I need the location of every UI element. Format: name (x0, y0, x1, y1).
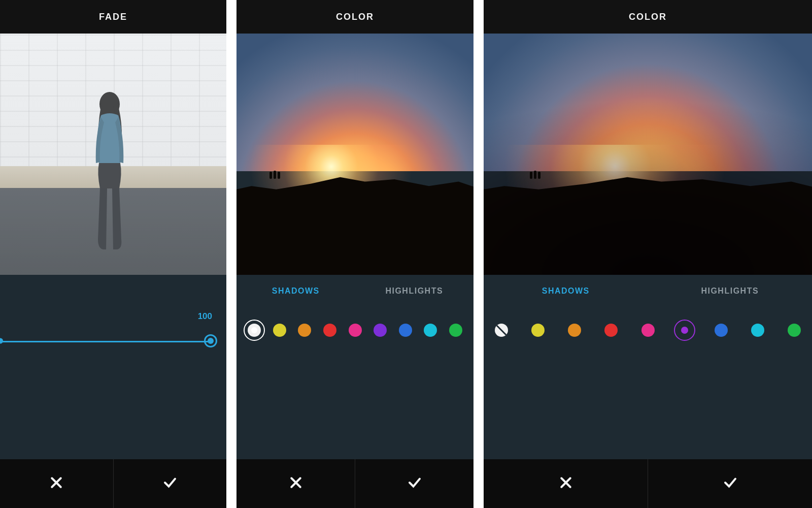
close-icon (49, 475, 64, 492)
close-icon (558, 475, 573, 492)
action-bar (0, 459, 226, 508)
confirm-button[interactable] (114, 459, 227, 508)
action-bar (484, 459, 812, 508)
screen-color-b: COLOR SHADOWS HIGHLIGHTS (484, 0, 812, 508)
check-icon (723, 475, 738, 492)
photo-subject (269, 170, 290, 179)
screen-fade: FADE 100 (0, 0, 226, 508)
color-swatch-cyan[interactable] (751, 324, 764, 337)
color-swatch-blue[interactable] (715, 324, 728, 337)
color-swatch-row (484, 324, 812, 337)
screen-title: COLOR (484, 0, 812, 34)
screen-title: FADE (0, 0, 226, 34)
cancel-button[interactable] (236, 459, 355, 508)
color-swatch-none[interactable] (248, 324, 261, 337)
color-swatch-cyan[interactable] (424, 324, 437, 337)
tab-highlights[interactable]: HIGHLIGHTS (648, 280, 813, 302)
shadow-tint-overlay (484, 34, 812, 275)
color-swatch-purple[interactable] (374, 324, 387, 337)
color-swatch-yellow[interactable] (531, 324, 545, 337)
confirm-button[interactable] (355, 459, 473, 508)
color-swatch-purple[interactable] (678, 324, 691, 337)
color-swatch-red[interactable] (323, 324, 336, 337)
tab-shadows[interactable]: SHADOWS (236, 280, 355, 302)
color-tabs: SHADOWS HIGHLIGHTS (484, 280, 812, 302)
check-icon (162, 475, 178, 492)
check-icon (407, 475, 422, 492)
cancel-button[interactable] (0, 459, 113, 508)
screen-title: COLOR (236, 0, 473, 34)
color-swatch-yellow[interactable] (273, 324, 286, 337)
color-swatch-blue[interactable] (399, 324, 412, 337)
color-swatch-green[interactable] (788, 324, 801, 337)
cancel-button[interactable] (484, 459, 648, 508)
edit-preview-photo (236, 34, 473, 275)
slider-handle[interactable] (204, 334, 217, 347)
color-swatch-pink[interactable] (641, 324, 655, 337)
color-swatch-red[interactable] (604, 324, 618, 337)
color-swatch-none[interactable] (495, 324, 508, 337)
color-swatch-green[interactable] (449, 324, 462, 337)
tab-shadows[interactable]: SHADOWS (484, 280, 648, 302)
fade-controls: 100 (0, 275, 226, 459)
color-tabs: SHADOWS HIGHLIGHTS (236, 280, 473, 302)
edit-preview-photo (0, 34, 226, 275)
fade-slider[interactable]: 100 (0, 326, 211, 356)
screenshot-stage: FADE 100 (0, 0, 812, 508)
confirm-button[interactable] (648, 459, 812, 508)
action-bar (236, 459, 473, 508)
screen-color-a: COLOR SHADOWS HIGHLIGHTS (236, 0, 473, 508)
close-icon (288, 475, 303, 492)
edit-preview-photo (484, 34, 812, 275)
color-controls: SHADOWS HIGHLIGHTS (236, 275, 473, 459)
color-swatch-row (236, 324, 473, 337)
fade-slider-value: 100 (198, 311, 212, 322)
tab-highlights[interactable]: HIGHLIGHTS (355, 280, 474, 302)
color-swatch-pink[interactable] (349, 324, 362, 337)
color-controls: SHADOWS HIGHLIGHTS (484, 275, 812, 459)
color-swatch-orange[interactable] (298, 324, 311, 337)
color-swatch-orange[interactable] (568, 324, 581, 337)
